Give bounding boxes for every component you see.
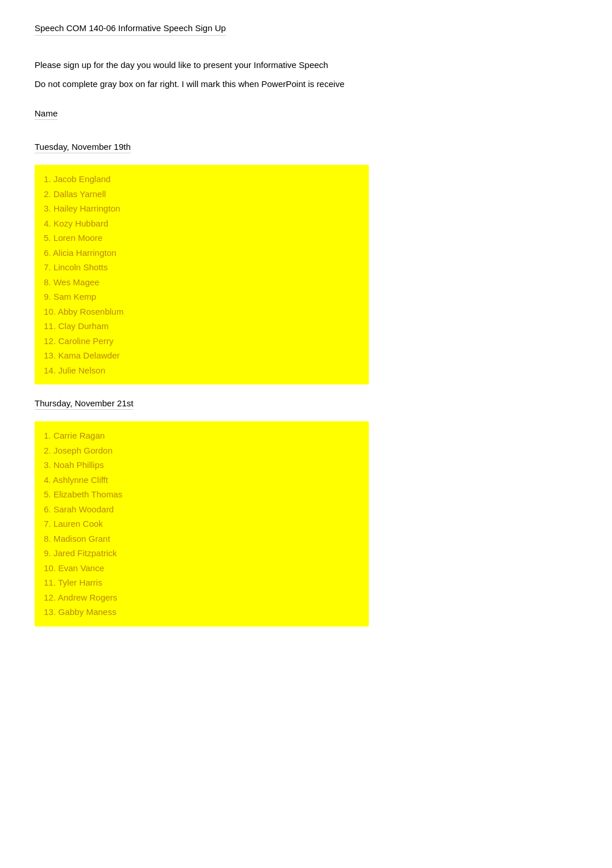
list-item: 13. Gabby Maness xyxy=(44,605,360,620)
list-item: 10. Evan Vance xyxy=(44,561,360,576)
section2-list: 1. Carrie Ragan2. Joseph Gordon3. Noah P… xyxy=(35,421,369,627)
list-item: 9. Sam Kemp xyxy=(44,289,360,304)
list-item: 12. Andrew Rogers xyxy=(44,590,360,605)
list-item: 3. Hailey Harrington xyxy=(44,201,360,216)
name-label: Name xyxy=(35,108,58,120)
list-item: 6. Alicia Harrington xyxy=(44,246,360,261)
list-item: 2. Joseph Gordon xyxy=(44,443,360,458)
list-item: 8. Wes Magee xyxy=(44,275,360,290)
list-item: 12. Caroline Perry xyxy=(44,334,360,349)
page-title: Speech COM 140-06 Informative Speech Sig… xyxy=(35,23,226,36)
list-item: 4. Ashlynne Clifft xyxy=(44,473,360,488)
list-item: 4. Kozy Hubbard xyxy=(44,216,360,231)
section1-list: 1. Jacob England2. Dallas Yarnell3. Hail… xyxy=(35,165,369,384)
list-item: 5. Elizabeth Thomas xyxy=(44,487,360,502)
list-item: 10. Abby Rosenblum xyxy=(44,304,360,319)
list-item: 11. Tyler Harris xyxy=(44,575,360,590)
list-item: 2. Dallas Yarnell xyxy=(44,187,360,202)
list-item: 5. Loren Moore xyxy=(44,231,360,246)
section1-heading: Tuesday, November 19th xyxy=(35,142,131,153)
list-item: 8. Madison Grant xyxy=(44,531,360,546)
list-item: 6. Sarah Woodard xyxy=(44,502,360,517)
list-item: 1. Jacob England xyxy=(44,172,360,187)
list-item: 14. Julie Nelson xyxy=(44,363,360,378)
list-item: 13. Kama Delawder xyxy=(44,348,360,363)
list-item: 1. Carrie Ragan xyxy=(44,428,360,443)
list-item: 9. Jared Fitzpatrick xyxy=(44,546,360,561)
list-item: 3. Noah Phillips xyxy=(44,458,360,473)
section2-heading: Thursday, November 21st xyxy=(35,398,133,410)
list-item: 7. Lauren Cook xyxy=(44,516,360,531)
list-item: 7. Lincoln Shotts xyxy=(44,260,360,275)
description-2: Do not complete gray box on far right. I… xyxy=(35,79,577,89)
list-item: 11. Clay Durham xyxy=(44,319,360,334)
description-1: Please sign up for the day you would lik… xyxy=(35,60,577,70)
